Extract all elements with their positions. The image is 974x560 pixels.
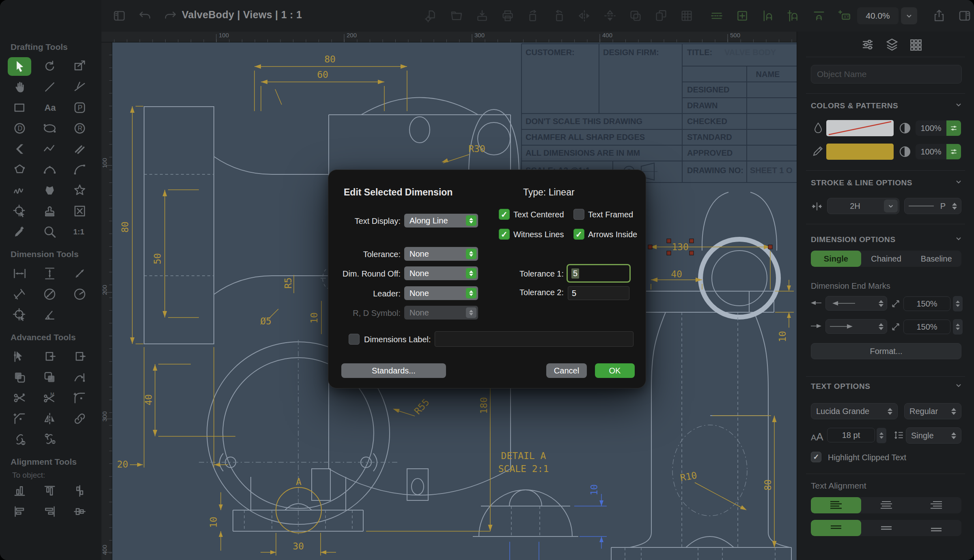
tool-circle-radius[interactable]: R (73, 121, 87, 135)
tool-stamp[interactable] (43, 204, 57, 218)
tool-dim-radius[interactable] (73, 287, 87, 301)
tolerance-1-input[interactable]: 5 (568, 265, 629, 281)
tool-fillet[interactable] (73, 391, 87, 405)
stroke-gradient-button[interactable] (946, 144, 961, 159)
sidebar-toggle-icon[interactable] (110, 7, 128, 25)
tool-split[interactable] (13, 391, 27, 405)
font-size-field[interactable]: 18 pt (827, 428, 875, 442)
end-mark-stepper-1[interactable] (953, 296, 963, 311)
tool-line[interactable] (43, 80, 57, 94)
font-size-stepper[interactable] (877, 428, 886, 443)
tool-rectangle[interactable] (13, 101, 27, 115)
tool-subtract[interactable] (43, 370, 57, 384)
end-mark-scale-2[interactable]: 150% (903, 320, 950, 334)
tool-unlink-all[interactable] (43, 432, 57, 446)
tool-dim-aligned[interactable] (73, 266, 87, 281)
snap-guides-icon[interactable] (708, 7, 726, 25)
tool-dim-diameter[interactable] (43, 287, 57, 301)
tool-magnify[interactable] (43, 225, 57, 239)
tool-rotate[interactable] (43, 59, 57, 73)
dimension-mode-single[interactable]: Single (811, 251, 861, 267)
fill-opacity-control[interactable]: 100% (916, 120, 961, 136)
standards-button[interactable]: Standards... (341, 363, 446, 378)
snap-arc-icon[interactable] (810, 7, 828, 25)
object-name-input[interactable] (811, 65, 962, 84)
dimensions-label-checkbox[interactable] (349, 334, 360, 345)
end-mark-scale-1[interactable]: 150% (903, 296, 950, 311)
tool-double-line[interactable] (73, 142, 87, 156)
dimensions-label-input[interactable] (435, 331, 634, 347)
tool-trim[interactable] (43, 350, 57, 364)
tool-reshape[interactable] (73, 370, 87, 384)
end-mark-stepper-2[interactable] (953, 319, 963, 335)
leader-dropdown[interactable]: None (404, 286, 478, 300)
tool-unlink[interactable] (13, 432, 27, 446)
tool-dim-angle[interactable] (43, 308, 57, 322)
tool-align-middle[interactable] (73, 484, 87, 498)
tool-align-bottom[interactable] (13, 484, 27, 498)
snap-frame-icon[interactable] (733, 7, 751, 25)
tool-polyline[interactable] (43, 142, 57, 156)
flip-vertical-icon[interactable] (601, 7, 619, 25)
zoom-level-field[interactable]: 40.0% (857, 7, 899, 24)
font-style-select[interactable]: Regular (904, 403, 961, 419)
align-bottom-button[interactable] (911, 520, 961, 536)
checkbox-text-framed[interactable] (573, 209, 584, 220)
print-icon[interactable] (499, 7, 517, 25)
tolerance-2-input[interactable]: 5 (568, 286, 629, 300)
tool-center-point[interactable] (13, 204, 27, 218)
tool-region[interactable] (43, 183, 57, 197)
align-top-button[interactable] (811, 520, 861, 536)
tool-select[interactable] (8, 57, 31, 76)
tolerance-dropdown[interactable]: None (404, 247, 478, 261)
tab-library[interactable] (909, 38, 923, 54)
snap-vertical-icon[interactable] (759, 7, 777, 25)
tool-circle-diameter[interactable]: D (13, 121, 27, 135)
open-folder-icon[interactable] (448, 7, 465, 25)
line-weight-chevron[interactable] (884, 200, 898, 212)
checkbox-text-centered[interactable]: ✓ (499, 209, 510, 220)
align-center-button[interactable] (861, 497, 912, 513)
undo-icon[interactable] (136, 7, 154, 25)
tab-layers[interactable] (885, 37, 899, 54)
align-right-button[interactable] (911, 497, 961, 513)
align-left-button[interactable] (811, 497, 861, 513)
tool-mirror[interactable] (43, 412, 57, 426)
tool-align-left[interactable] (13, 504, 27, 519)
fill-gradient-button[interactable] (946, 120, 961, 136)
line-style-select[interactable]: P (904, 198, 961, 214)
tool-center-mark[interactable] (13, 308, 27, 322)
share-icon[interactable] (930, 7, 948, 25)
fill-color-swatch[interactable] (826, 120, 894, 136)
colors-section-chevron-icon[interactable] (955, 101, 963, 110)
ok-button[interactable]: OK (595, 363, 635, 378)
checkbox-arrows-inside[interactable]: ✓ (573, 229, 584, 240)
end-mark-left-select[interactable] (825, 296, 887, 311)
tool-chamfer[interactable] (13, 412, 27, 426)
tool-spline[interactable] (43, 163, 57, 177)
selected-dimension-label[interactable]: 130 (672, 242, 689, 252)
fill-contrast-icon[interactable] (899, 122, 912, 136)
tool-align-center[interactable] (73, 504, 87, 519)
cancel-button[interactable]: Cancel (546, 363, 587, 378)
tab-properties[interactable] (860, 37, 875, 54)
tool-polygon[interactable] (13, 163, 27, 177)
end-mark-right-select[interactable] (825, 319, 887, 334)
snap-coordinates-icon[interactable]: XY (836, 7, 853, 25)
tool-delete-box[interactable] (73, 204, 87, 218)
stroke-color-swatch[interactable] (826, 144, 894, 160)
stroke-contrast-icon[interactable] (899, 145, 912, 160)
dimension-section-chevron-icon[interactable] (955, 234, 963, 244)
checkbox-witness-lines[interactable]: ✓ (499, 229, 510, 240)
align-middle-button[interactable] (861, 520, 912, 536)
tool-parametric[interactable]: P (73, 101, 87, 115)
line-weight-select[interactable]: 2H (827, 198, 899, 214)
format-button[interactable]: Format... (811, 343, 961, 359)
duplicate-icon[interactable] (627, 7, 644, 25)
dim-round-off-dropdown[interactable]: None (404, 266, 478, 280)
tool-star[interactable] (73, 183, 87, 197)
text-display-dropdown[interactable]: Along Line (404, 214, 478, 227)
copy-icon[interactable] (652, 7, 670, 25)
dimension-mode-baseline[interactable]: Baseline (911, 251, 961, 267)
zoom-menu-button[interactable] (901, 7, 917, 24)
